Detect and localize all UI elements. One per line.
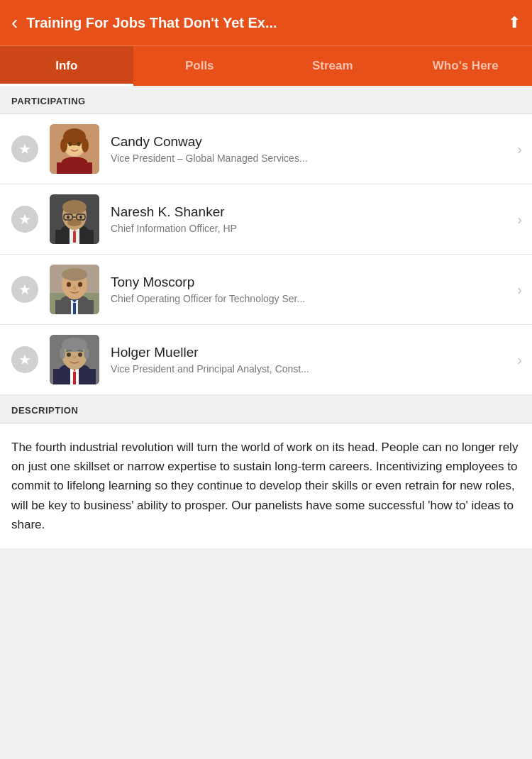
participant-item[interactable]: ★ bbox=[0, 255, 532, 325]
star-icon: ★ bbox=[18, 282, 31, 297]
participant-list: ★ Candy Conway Vice Presiden bbox=[0, 114, 532, 395]
svg-point-31 bbox=[78, 282, 82, 287]
app-header: ‹ Training For Jobs That Don't Yet Ex...… bbox=[0, 0, 532, 45]
chevron-right-icon: › bbox=[507, 352, 532, 368]
star-icon: ★ bbox=[18, 142, 31, 156]
header-title: Training For Jobs That Don't Yet Ex... bbox=[26, 15, 499, 31]
star-icon: ★ bbox=[18, 353, 31, 367]
participant-title: Vice President and Principal Analyst, Co… bbox=[111, 363, 507, 375]
svg-point-29 bbox=[62, 268, 87, 281]
star-button[interactable]: ★ bbox=[11, 346, 38, 373]
svg-point-45 bbox=[84, 348, 89, 359]
participant-info: Tony Moscorp Chief Operating Officer for… bbox=[111, 275, 507, 304]
svg-point-44 bbox=[60, 348, 65, 359]
participant-item[interactable]: ★ Candy Conway Vice Presiden bbox=[0, 114, 532, 184]
participant-name: Tony Moscorp bbox=[111, 275, 507, 290]
back-button[interactable]: ‹ bbox=[11, 13, 18, 33]
participant-name: Holger Mueller bbox=[111, 345, 507, 360]
participant-info: Holger Mueller Vice President and Princi… bbox=[111, 345, 507, 375]
svg-point-21 bbox=[67, 216, 70, 219]
participant-item[interactable]: ★ bbox=[0, 184, 532, 255]
participant-name: Naresh K. Shanker bbox=[111, 204, 507, 220]
svg-rect-15 bbox=[73, 231, 76, 243]
svg-rect-41 bbox=[73, 372, 76, 384]
svg-line-48 bbox=[66, 350, 72, 351]
tab-info[interactable]: Info bbox=[0, 46, 133, 86]
svg-line-49 bbox=[77, 350, 83, 351]
chevron-right-icon: › bbox=[507, 141, 532, 157]
avatar bbox=[50, 124, 99, 174]
tab-polls[interactable]: Polls bbox=[133, 46, 267, 86]
tab-whos-here[interactable]: Who's Here bbox=[399, 46, 533, 86]
svg-point-17 bbox=[62, 200, 87, 214]
svg-point-5 bbox=[82, 138, 89, 153]
avatar bbox=[50, 335, 99, 384]
star-button[interactable]: ★ bbox=[11, 135, 38, 162]
svg-point-23 bbox=[67, 219, 82, 226]
star-button[interactable]: ★ bbox=[11, 276, 38, 303]
tab-stream[interactable]: Stream bbox=[266, 46, 399, 86]
participant-info: Naresh K. Shanker Chief Information Offi… bbox=[111, 204, 507, 234]
share-button[interactable]: ⬆ bbox=[508, 13, 521, 32]
svg-point-4 bbox=[60, 138, 67, 153]
participating-section-header: PARTICIPATING bbox=[0, 86, 532, 114]
svg-point-46 bbox=[67, 353, 71, 357]
avatar bbox=[50, 265, 99, 314]
svg-point-22 bbox=[79, 216, 82, 219]
svg-rect-35 bbox=[73, 303, 76, 314]
svg-point-9 bbox=[62, 157, 87, 168]
description-text: The fourth industrial revolution will tu… bbox=[0, 423, 532, 548]
svg-point-32 bbox=[73, 286, 76, 290]
participant-title: Chief Operating Officer for Technology S… bbox=[111, 293, 507, 304]
description-section: The fourth industrial revolution will tu… bbox=[0, 423, 532, 548]
svg-point-47 bbox=[78, 353, 82, 357]
participant-title: Vice President – Global Managed Services… bbox=[111, 153, 507, 164]
avatar bbox=[50, 194, 99, 244]
description-section-header: DESCRIPTION bbox=[0, 395, 532, 423]
star-icon: ★ bbox=[18, 212, 31, 226]
chevron-right-icon: › bbox=[507, 211, 532, 228]
chevron-right-icon: › bbox=[507, 282, 532, 298]
star-button[interactable]: ★ bbox=[11, 206, 38, 233]
svg-point-30 bbox=[67, 282, 71, 287]
participant-item[interactable]: ★ bbox=[0, 325, 532, 395]
svg-point-43 bbox=[62, 338, 87, 352]
participant-name: Candy Conway bbox=[111, 134, 507, 150]
participant-info: Candy Conway Vice President – Global Man… bbox=[111, 134, 507, 164]
svg-point-6 bbox=[69, 142, 72, 146]
tab-bar: Info Polls Stream Who's Here bbox=[0, 45, 532, 86]
svg-point-7 bbox=[77, 142, 81, 146]
participant-title: Chief Information Officer, HP bbox=[111, 223, 507, 234]
